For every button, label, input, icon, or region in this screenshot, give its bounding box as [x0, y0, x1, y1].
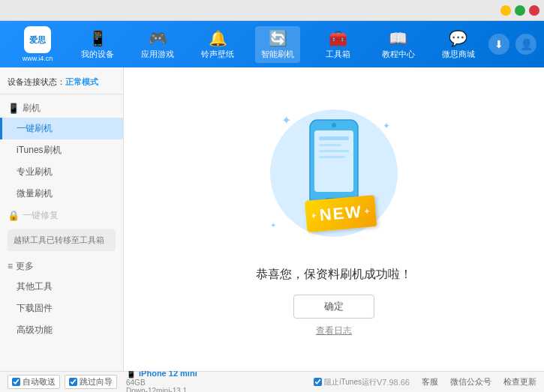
sidebar-item-download-firmware[interactable]: 下载固件 [0, 298, 123, 319]
repair-section-icon: 🔒 [8, 210, 20, 221]
nav-item-apps-games[interactable]: 🎮 应用游戏 [135, 26, 180, 63]
phone-illustration: ✦ ✦ ✦ NEW [266, 102, 401, 252]
itunes-flash-label: iTunes刷机 [17, 145, 62, 155]
wechat-store-label: 微思商城 [442, 49, 475, 60]
nav-item-smart-shop[interactable]: 🔄 智能刷机 [255, 26, 300, 63]
logo-url: www.i4.cn [23, 55, 53, 62]
logo-icon-text: 爱思 [29, 34, 46, 46]
more-section-label: 更多 [16, 260, 34, 273]
header-right: ⬇ 👤 [488, 34, 536, 55]
status-value: 正常模式 [65, 77, 98, 86]
wechat-store-icon: 💬 [449, 29, 467, 47]
other-tools-label: 其他工具 [17, 281, 53, 292]
tutorial-icon: 📖 [389, 29, 407, 47]
new-badge-text: NEW [319, 202, 363, 224]
sidebar-item-one-key-flash[interactable]: 一键刷机 [0, 118, 123, 139]
user-button[interactable]: 👤 [515, 34, 536, 55]
sidebar-item-itunes-flash[interactable]: iTunes刷机 [0, 139, 123, 161]
skip-wizard-label: 跳过向导 [80, 376, 113, 388]
confirm-button[interactable]: 确定 [293, 295, 374, 319]
nav-item-toolbox[interactable]: 🧰 工具箱 [316, 26, 361, 63]
minimize-button[interactable] [500, 5, 511, 16]
titlebar [0, 0, 544, 21]
apps-games-icon: 🎮 [149, 29, 167, 47]
version-text: V7.98.66 [377, 378, 410, 387]
view-daily-link[interactable]: 查看日志 [316, 325, 352, 337]
sidebar-item-other-tools[interactable]: 其他工具 [0, 276, 123, 298]
skip-wizard-checkbox[interactable]: 跳过向导 [65, 375, 117, 389]
smart-shop-label: 智能刷机 [261, 49, 294, 60]
auto-send-checkbox[interactable]: 自动敬送 [8, 375, 60, 389]
itunes-note: 阻止iTunes运行 [314, 377, 377, 388]
auto-send-input[interactable] [12, 378, 20, 386]
repair-note-box: 越狱工具已转移至工具箱 [8, 229, 116, 251]
bottom-left: 自动敬送 跳过向导 📱 iPhone 12 mini 64GB Down-12m… [8, 369, 314, 392]
header: 爱思 www.i4.cn 📱 我的设备 🎮 应用游戏 🔔 铃声壁纸 🔄 智能刷机… [0, 21, 544, 67]
logo-icon: 爱思 [24, 26, 51, 53]
sidebar-item-pro-flash[interactable]: 专业刷机 [0, 161, 123, 183]
main-layout: 设备连接状态：正常模式 📱 刷机 一键刷机 iTunes刷机 专业刷机 微量刷机… [0, 67, 544, 371]
toolbox-icon: 🧰 [329, 29, 347, 47]
status-label: 设备连接状态： [8, 77, 65, 86]
auto-send-label: 自动敬送 [23, 376, 56, 388]
close-button[interactable] [529, 5, 539, 16]
micro-flash-label: 微量刷机 [17, 188, 53, 199]
flash-section-icon: 📱 [8, 103, 20, 114]
ringtones-label: 铃声壁纸 [201, 49, 234, 60]
svg-rect-5 [319, 144, 341, 146]
nav-item-wechat-store[interactable]: 💬 微思商城 [436, 26, 481, 63]
my-device-icon: 📱 [89, 29, 107, 47]
sparkle-3-icon: ✦ [270, 221, 276, 229]
nav-item-my-device[interactable]: 📱 我的设备 [75, 26, 120, 63]
update-link[interactable]: 检查更新 [503, 376, 536, 388]
success-message: 恭喜您，保资料刷机成功啦！ [256, 267, 412, 283]
toolbox-label: 工具箱 [326, 49, 350, 60]
advanced-label: 高级功能 [17, 325, 53, 335]
sidebar-item-micro-flash[interactable]: 微量刷机 [0, 183, 123, 205]
sparkle-1-icon: ✦ [281, 113, 291, 127]
one-key-flash-label: 一键刷机 [17, 123, 53, 133]
new-badge: NEW [305, 195, 377, 232]
tutorial-label: 教程中心 [382, 49, 415, 60]
more-section-icon: ≡ [8, 261, 13, 271]
nav-item-tutorial[interactable]: 📖 教程中心 [376, 26, 421, 63]
repair-section-label: 一键修复 [23, 209, 59, 222]
ringtones-icon: 🔔 [209, 29, 227, 47]
repair-note-text: 越狱工具已转移至工具箱 [14, 235, 104, 244]
nav-item-ringtones[interactable]: 🔔 铃声壁纸 [195, 26, 240, 63]
svg-rect-7 [319, 156, 345, 158]
my-device-label: 我的设备 [81, 49, 114, 60]
device-info: 📱 iPhone 12 mini 64GB Down-12mini-13,1 [126, 369, 197, 392]
device-storage: 64GB [126, 379, 197, 387]
download-firmware-label: 下载固件 [17, 303, 53, 313]
bottom-right: V7.98.66 客服 微信公众号 检查更新 [377, 376, 536, 388]
svg-point-3 [332, 123, 336, 127]
download-button[interactable]: ⬇ [488, 34, 509, 55]
svg-rect-4 [319, 136, 349, 140]
device-firmware: Down-12mini-13,1 [126, 387, 197, 392]
bottombar: 自动敬送 跳过向导 📱 iPhone 12 mini 64GB Down-12m… [0, 371, 544, 392]
svg-rect-6 [319, 150, 349, 152]
skip-wizard-input[interactable] [69, 378, 77, 386]
content-area: ✦ ✦ ✦ NEW [124, 67, 544, 371]
service-link[interactable]: 客服 [422, 376, 438, 388]
section-one-key-repair: 🔒 一键修复 [0, 205, 123, 225]
sidebar: 设备连接状态：正常模式 📱 刷机 一键刷机 iTunes刷机 专业刷机 微量刷机… [0, 67, 124, 371]
flash-section-label: 刷机 [23, 102, 41, 115]
main-nav: 📱 我的设备 🎮 应用游戏 🔔 铃声壁纸 🔄 智能刷机 🧰 工具箱 📖 教程中心… [68, 26, 488, 63]
smart-shop-icon: 🔄 [269, 29, 287, 47]
itunes-checkbox[interactable] [314, 378, 322, 386]
device-status: 设备连接状态：正常模式 [0, 73, 123, 94]
itunes-note-label: 阻止iTunes运行 [324, 377, 377, 388]
pro-flash-label: 专业刷机 [17, 166, 53, 177]
apps-games-label: 应用游戏 [141, 49, 174, 60]
wechat-link[interactable]: 微信公众号 [450, 376, 491, 388]
section-more: ≡ 更多 [0, 256, 123, 276]
section-flash: 📱 刷机 [0, 97, 123, 118]
sidebar-item-advanced[interactable]: 高级功能 [0, 319, 123, 341]
maximize-button[interactable] [515, 5, 525, 16]
logo-area[interactable]: 爱思 www.i4.cn [8, 26, 68, 62]
sparkle-2-icon: ✦ [383, 121, 390, 131]
